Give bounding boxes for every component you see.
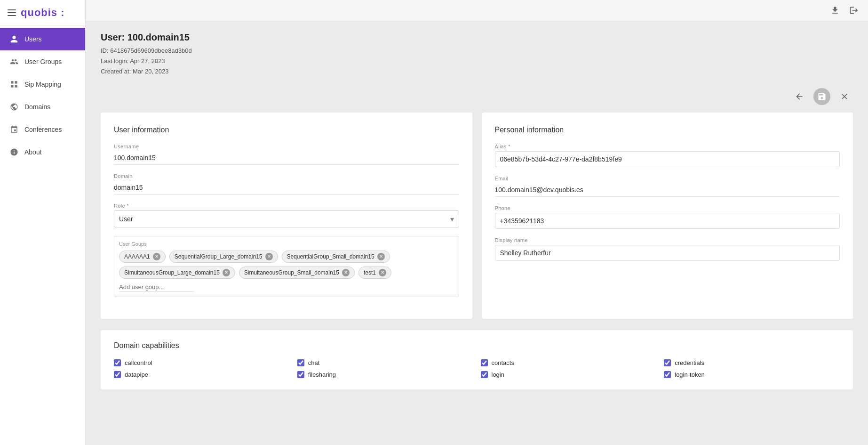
capability-filesharing: filesharing (297, 371, 473, 378)
tag-remove-simultaneous-large[interactable]: ✕ (223, 269, 230, 276)
page-last-login: Last login: Apr 27, 2023 (101, 56, 853, 66)
capability-label-callcontrol: callcontrol (125, 359, 152, 366)
domain-field: Domain domain15 (114, 173, 459, 194)
capability-credentials: credentials (664, 359, 840, 366)
grid-icon (9, 80, 19, 89)
tag-remove-aaaaaa1[interactable]: ✕ (153, 253, 160, 260)
tag-label: SequentialGroup_Large_domain15 (175, 253, 263, 260)
tag-sequential-small: SequentialGroup_Small_domain15 ✕ (282, 251, 390, 263)
capability-label-contacts: contacts (492, 359, 514, 366)
page-title: User: 100.domain15 (101, 32, 853, 43)
tag-sequential-large: SequentialGroup_Large_domain15 ✕ (169, 251, 278, 263)
upload-icon[interactable] (828, 4, 842, 17)
info-icon (9, 147, 19, 157)
role-select[interactable]: User Admin Superadmin (114, 211, 459, 227)
alias-field: Alias * (495, 144, 840, 167)
user-info-title: User information (114, 126, 459, 134)
globe-icon (9, 102, 19, 112)
phone-input[interactable] (495, 213, 840, 229)
user-groups-field: User Goups AAAAAA1 ✕ SequentialGroup_Lar… (114, 236, 459, 297)
sidebar-label-user-groups: User Groups (24, 58, 62, 65)
action-bar (101, 88, 853, 105)
page-created-at: Created at: Mar 20, 2023 (101, 66, 853, 77)
sidebar: quobis : Users User Groups Sip Mapping (0, 0, 86, 445)
checkbox-callcontrol[interactable] (114, 359, 121, 366)
sidebar-nav: Users User Groups Sip Mapping Domains Co (0, 26, 85, 163)
sidebar-header: quobis : (0, 0, 85, 26)
checkbox-datapipe[interactable] (114, 371, 121, 378)
cards-row: User information Username 100.domain15 D… (101, 113, 853, 319)
sidebar-item-about[interactable]: About (0, 141, 85, 163)
tag-label: test1 (364, 269, 376, 276)
phone-field: Phone (495, 205, 840, 229)
capability-label-datapipe: datapipe (125, 371, 148, 378)
sidebar-label-domains: Domains (24, 103, 50, 111)
phone-label: Phone (495, 205, 840, 211)
main-content: User: 100.domain15 ID: 6418675d69609dbee… (86, 0, 868, 445)
capabilities-title: Domain capabilities (114, 341, 840, 350)
role-select-wrap[interactable]: User Admin Superadmin ▾ (114, 210, 459, 227)
page-id: ID: 6418675d69609dbee8ad3b0d (101, 46, 853, 56)
user-info-card: User information Username 100.domain15 D… (101, 113, 472, 319)
capability-label-login: login (492, 371, 504, 378)
tag-remove-test1[interactable]: ✕ (379, 269, 386, 276)
checkbox-login[interactable] (481, 371, 488, 378)
email-field: Email 100.domain15@dev.quobis.es (495, 176, 840, 197)
capability-label-login-token: login-token (675, 371, 705, 378)
save-button[interactable] (813, 88, 830, 105)
alias-input[interactable] (495, 151, 840, 167)
back-button[interactable] (791, 88, 808, 105)
personal-info-card: Personal information Alias * Email 100.d… (482, 113, 853, 319)
sidebar-item-user-groups[interactable]: User Groups (0, 50, 85, 73)
username-field: Username 100.domain15 (114, 144, 459, 165)
user-icon (9, 34, 19, 44)
sidebar-item-users[interactable]: Users (0, 28, 85, 50)
sidebar-label-conferences: Conferences (24, 126, 62, 133)
checkbox-chat[interactable] (297, 359, 304, 366)
calendar-icon (9, 125, 19, 134)
role-field: Role * User Admin Superadmin ▾ (114, 203, 459, 227)
sidebar-item-sip-mapping[interactable]: Sip Mapping (0, 73, 85, 96)
users-icon (9, 57, 19, 66)
menu-icon[interactable] (8, 9, 16, 16)
sidebar-label-sip-mapping: Sip Mapping (24, 81, 61, 88)
close-button[interactable] (836, 88, 853, 105)
sidebar-item-domains[interactable]: Domains (0, 96, 85, 118)
display-name-field: Display name (495, 237, 840, 261)
logout-icon[interactable] (847, 4, 860, 17)
checkbox-login-token[interactable] (664, 371, 671, 378)
checkbox-credentials[interactable] (664, 359, 671, 366)
domain-value: domain15 (114, 181, 459, 194)
checkbox-filesharing[interactable] (297, 371, 304, 378)
email-value: 100.domain15@dev.quobis.es (495, 183, 840, 197)
content-area: User: 100.domain15 ID: 6418675d69609dbee… (86, 21, 868, 445)
tag-label: SimultaneousGroup_Small_domain15 (244, 269, 339, 276)
sidebar-item-conferences[interactable]: Conferences (0, 118, 85, 141)
tag-aaaaaa1: AAAAAA1 ✕ (119, 251, 166, 263)
tag-test1: test1 ✕ (358, 267, 391, 279)
capability-login: login (481, 371, 657, 378)
tags-container: AAAAAA1 ✕ SequentialGroup_Large_domain15… (119, 251, 454, 279)
capability-contacts: contacts (481, 359, 657, 366)
tag-label: SimultaneousGroup_Large_domain15 (124, 269, 220, 276)
checkbox-contacts[interactable] (481, 359, 488, 366)
username-label: Username (114, 144, 459, 149)
tag-simultaneous-small: SimultaneousGroup_Small_domain15 ✕ (239, 267, 355, 279)
tag-remove-simultaneous-small[interactable]: ✕ (342, 269, 350, 276)
tag-remove-sequential-small[interactable]: ✕ (377, 253, 385, 260)
tag-remove-sequential-large[interactable]: ✕ (265, 253, 273, 260)
alias-label: Alias * (495, 144, 840, 149)
tag-label: SequentialGroup_Small_domain15 (287, 253, 374, 260)
capability-label-filesharing: filesharing (308, 371, 336, 378)
app-logo: quobis : (21, 7, 65, 19)
capabilities-section: Domain capabilities callcontrol chat con… (101, 330, 853, 389)
topbar-actions (828, 4, 860, 17)
username-value: 100.domain15 (114, 151, 459, 165)
email-label: Email (495, 176, 840, 181)
add-group-input[interactable] (119, 283, 194, 292)
capability-label-credentials: credentials (675, 359, 704, 366)
capability-chat: chat (297, 359, 473, 366)
role-label: Role * (114, 203, 459, 209)
display-name-input[interactable] (495, 245, 840, 261)
capabilities-grid: callcontrol chat contacts credentials da… (114, 359, 840, 378)
